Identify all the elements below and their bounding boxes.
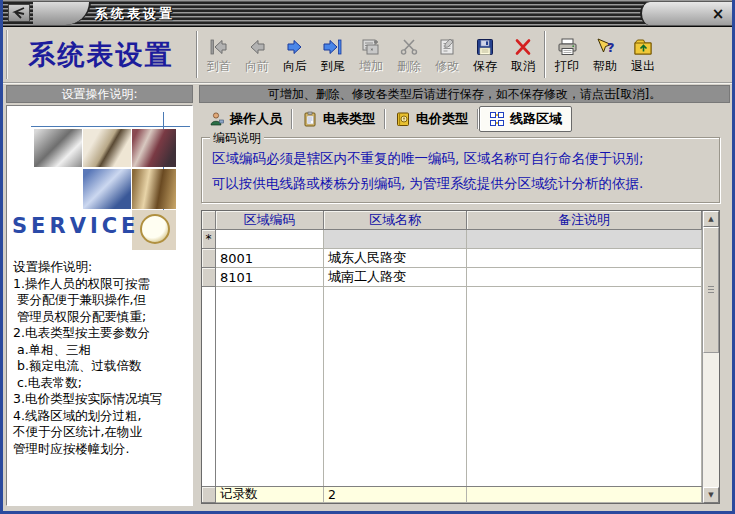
titlebar-right-decoration: × [640,2,732,25]
vertical-scrollbar[interactable]: ▲ ▼ [702,211,719,503]
table-row-new[interactable]: * [202,230,702,249]
table-row[interactable]: 8001 城东人民路变 [202,249,702,268]
column-header-area-code[interactable]: 区域编码 [216,211,324,230]
row-selector-new[interactable]: * [202,230,216,249]
cell-name[interactable] [324,230,467,249]
area-data-grid: 区域编码 区域名称 备注说明 * 8001 城东人民路变 [201,210,720,504]
delete-record-button[interactable]: 删除 [390,28,428,81]
cell-code[interactable] [216,230,324,249]
clipboard-icon [302,111,318,127]
first-record-button[interactable]: 到首 [200,28,238,81]
next-record-button[interactable]: 向后 [276,28,314,81]
app-window: 系统表设置 × 系统表设置 到首 向前 向后 到尾 [0,0,735,514]
cell-code[interactable]: 8101 [216,268,324,287]
cell-code[interactable]: 8001 [216,249,324,268]
toolbar-separator [196,31,198,78]
column-header-area-name[interactable]: 区域名称 [324,211,467,230]
titlebar-swoosh-decoration [33,2,91,25]
operator-person-icon [209,111,225,127]
modify-record-button[interactable]: 修改 [428,28,466,81]
row-selector[interactable] [202,249,216,268]
last-record-icon [321,36,345,58]
scroll-down-button[interactable]: ▼ [703,487,719,503]
toolbar: 系统表设置 到首 向前 向后 到尾 增加 [3,27,732,84]
photo-metal-pen [34,129,82,167]
help-icon: ? [594,36,616,58]
next-record-icon [284,36,306,58]
cell-note[interactable] [467,249,702,268]
cell-name[interactable]: 城南工人路变 [324,268,467,287]
window-title: 系统表设置 [95,5,175,23]
sub-header-row: 设置操作说明: 可增加、删除、修改各类型后请进行保存，如不保存修改，请点击[取消… [3,84,732,104]
scrollbar-track[interactable] [703,227,719,487]
close-button[interactable]: × [708,5,728,23]
sidebar-panel: SERVICE 设置操作说明: 1.操作人员的权限可按需 要分配便于兼职操作,但… [6,105,193,506]
grid-empty-area [202,287,702,486]
save-icon [475,36,495,58]
setup-instructions-text: 设置操作说明: 1.操作人员的权限可按需 要分配便于兼职操作,但 管理员权限分配… [7,253,192,457]
add-record-icon [360,36,382,58]
record-count-value: 2 [324,487,467,503]
cell-name[interactable]: 城东人民路变 [324,249,467,268]
column-header-note[interactable]: 备注说明 [467,211,702,230]
last-record-button[interactable]: 到尾 [314,28,352,81]
tab-bar: 操作人员 电表类型 电价类型 线路区域 [199,105,730,133]
service-collage-image: SERVICE [7,106,192,253]
exit-button[interactable]: 退出 [624,28,662,81]
save-button[interactable]: 保存 [466,28,504,81]
coding-explanation-groupbox: 编码说明 区域编码必须是辖区内不重复的唯一编码, 区域名称可自行命名便于识别; … [201,137,720,203]
photo-pen-on-paper [83,129,131,167]
app-logo-icon[interactable] [8,4,30,22]
row-selector[interactable] [202,268,216,287]
cancel-button[interactable]: 取消 [504,28,542,81]
toolbar-separator [544,31,546,78]
exit-icon [632,36,654,58]
photo-ties [132,169,176,209]
sidebar-header: 设置操作说明: [6,85,193,103]
add-record-button[interactable]: 增加 [352,28,390,81]
groupbox-line-2: 可以按供电线路或楼栋分别编码, 为管理系统提供分区域统计分析的依据. [212,171,713,196]
cancel-icon [513,36,533,58]
service-wordmark: SERVICE [12,214,139,238]
print-icon [556,36,578,58]
cell-note[interactable] [467,268,702,287]
toolbar-hint-message: 可增加、删除、修改各类型后请进行保存，如不保存修改，请点击[取消]。 [199,85,730,103]
main-panel: 操作人员 电表类型 电价类型 线路区域 编码说明 [199,105,730,506]
delete-record-icon [399,36,419,58]
tab-line-area[interactable]: 线路区域 [479,106,572,132]
grid-footer-row: 记录数 2 [202,486,702,503]
scroll-up-button[interactable]: ▲ [703,211,719,227]
grid-header-row: 区域编码 区域名称 备注说明 [202,211,702,230]
price-book-icon [395,111,411,127]
help-button[interactable]: ? 帮助 [586,28,624,81]
photo-keyboard [83,169,131,209]
tab-operators[interactable]: 操作人员 [200,107,291,131]
line-area-boxes-icon [489,111,505,127]
prev-record-icon [246,36,268,58]
print-button[interactable]: 打印 [548,28,586,81]
svg-text:?: ? [607,40,615,55]
groupbox-line-1: 区域编码必须是辖区内不重复的唯一编码, 区域名称可自行命名便于识别; [212,146,713,171]
tab-meter-type[interactable]: 电表类型 [293,107,384,131]
cell-note[interactable] [467,230,702,249]
tab-price-type[interactable]: 电价类型 [386,107,477,131]
app-title-logo: 系统表设置 [6,30,194,79]
collage-line-horizontal [31,126,190,127]
scrollbar-thumb[interactable] [703,227,719,353]
groupbox-legend: 编码说明 [210,130,264,147]
modify-record-icon [437,36,457,58]
table-row[interactable]: 8101 城南工人路变 [202,268,702,287]
first-record-icon [207,36,231,58]
record-count-label: 记录数 [216,487,324,503]
grid-corner-cell [202,211,216,230]
titlebar: 系统表设置 × [3,0,732,27]
photo-red-pens [132,129,176,167]
watch-face [140,214,170,244]
prev-record-button[interactable]: 向前 [238,28,276,81]
